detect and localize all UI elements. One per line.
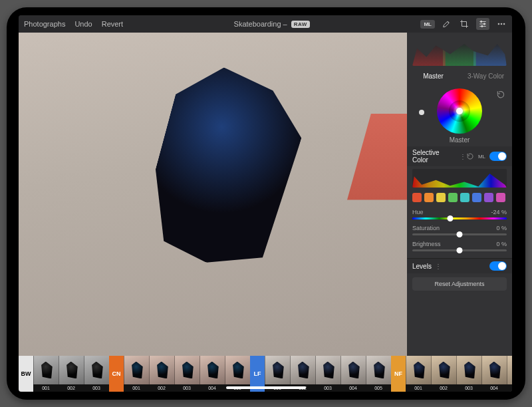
- main-toolbar: Photographs Undo Revert Skateboarding – …: [19, 15, 512, 33]
- selective-histogram: [407, 166, 512, 190]
- levels-toggle[interactable]: [489, 261, 507, 271]
- preset-thumbnail-number: 003: [84, 384, 109, 392]
- levels-options-icon[interactable]: ⋮: [435, 263, 442, 270]
- ml-enhance-button[interactable]: ML: [420, 20, 435, 29]
- preset-thumbnail-number: 003: [456, 384, 481, 392]
- wheel-side-handle[interactable]: [419, 110, 424, 115]
- ipad-device-frame: Photographs Undo Revert Skateboarding – …: [7, 7, 525, 400]
- preset-thumbnail-number: 002: [431, 384, 456, 392]
- color-tabs: Master 3-Way Color: [407, 70, 512, 83]
- preset-thumbnail[interactable]: 002: [431, 356, 456, 392]
- hue-slider-row: Hue-24 %: [412, 209, 507, 219]
- preset-thumbnail-number: 005: [366, 384, 391, 392]
- preset-thumbnail[interactable]: 004: [200, 356, 225, 392]
- photo-canvas[interactable]: [19, 33, 407, 356]
- color-wheel-label: Master: [450, 136, 470, 144]
- svg-point-0: [481, 21, 482, 22]
- selective-color-header: Selective Color ⋮ ML: [407, 146, 512, 166]
- color-swatch[interactable]: [484, 193, 493, 202]
- selective-ml-label: ML: [478, 154, 485, 160]
- svg-point-2: [481, 25, 483, 27]
- preset-thumbnail-number: 001: [33, 384, 59, 392]
- selective-color-title: Selective Color: [412, 149, 456, 164]
- app-screen: Photographs Undo Revert Skateboarding – …: [19, 15, 512, 392]
- preset-group-label[interactable]: BW: [19, 356, 33, 392]
- preset-thumbnail[interactable]: 003: [315, 356, 340, 392]
- svg-point-4: [501, 23, 502, 25]
- preset-thumbnail[interactable]: 004: [481, 356, 507, 392]
- home-indicator[interactable]: [226, 386, 306, 389]
- reset-adjustments-button[interactable]: Reset Adjustments: [412, 277, 507, 291]
- color-swatch[interactable]: [460, 193, 469, 202]
- preset-group-label[interactable]: CN: [109, 356, 124, 392]
- hue-value: -24 %: [491, 209, 507, 215]
- color-swatches: [407, 190, 512, 205]
- color-swatch[interactable]: [412, 193, 422, 202]
- preset-thumbnail[interactable]: 001: [124, 356, 149, 392]
- color-wheel-handle[interactable]: [456, 108, 463, 114]
- undo-button[interactable]: Undo: [74, 20, 92, 28]
- preset-thumbnail-number: 003: [315, 384, 340, 392]
- document-title: Skateboarding – RAW: [123, 20, 420, 28]
- preset-thumbnail[interactable]: 004: [340, 356, 366, 392]
- color-swatch[interactable]: [448, 193, 458, 202]
- preset-thumbnail-number: 003: [174, 384, 200, 392]
- preset-thumbnail-number: 005: [507, 384, 512, 392]
- saturation-slider-row: Saturation0 %: [412, 225, 507, 235]
- preset-thumbnail-number: 001: [124, 384, 149, 392]
- adjustments-panel: Master 3-Way Color Master Selective Co: [407, 33, 512, 356]
- preset-thumbnail[interactable]: 003: [456, 356, 481, 392]
- brightness-slider[interactable]: [412, 249, 507, 251]
- reset-wheel-icon[interactable]: [496, 90, 505, 99]
- photographs-button[interactable]: Photographs: [24, 20, 65, 28]
- color-swatch[interactable]: [496, 193, 505, 202]
- selective-options-icon[interactable]: ⋮: [460, 153, 466, 160]
- saturation-slider[interactable]: [412, 233, 507, 235]
- brightness-label: Brightness: [412, 241, 441, 247]
- main-histogram: [407, 33, 512, 70]
- color-swatch[interactable]: [436, 193, 446, 202]
- saturation-label: Saturation: [412, 225, 440, 231]
- color-swatch[interactable]: [472, 193, 481, 202]
- saturation-value: 0 %: [496, 225, 507, 231]
- preset-thumbnail[interactable]: 003: [174, 356, 200, 392]
- brush-icon[interactable]: [442, 19, 452, 29]
- svg-point-3: [498, 23, 499, 25]
- svg-point-1: [483, 23, 485, 25]
- selective-color-toggle[interactable]: [489, 152, 507, 161]
- preset-group-label[interactable]: NF: [391, 356, 406, 392]
- brightness-value: 0 %: [496, 241, 507, 247]
- crop-icon[interactable]: [459, 19, 469, 29]
- hue-label: Hue: [412, 209, 424, 215]
- adjustments-icon[interactable]: [476, 18, 489, 30]
- document-title-text: Skateboarding –: [234, 20, 287, 28]
- color-swatch[interactable]: [424, 193, 434, 202]
- preset-thumbnail-number: 002: [59, 384, 84, 392]
- levels-header: Levels ⋮: [407, 259, 512, 273]
- preset-thumbnail-number: 002: [149, 384, 174, 392]
- selective-reset-icon[interactable]: [466, 152, 474, 160]
- preset-thumbnail[interactable]: 003: [84, 356, 109, 392]
- preset-thumbnail-number: 004: [481, 384, 507, 392]
- preset-thumbnail[interactable]: 002: [149, 356, 174, 392]
- tab-master[interactable]: Master: [407, 70, 460, 83]
- revert-button[interactable]: Revert: [102, 20, 123, 28]
- svg-point-5: [503, 23, 505, 25]
- raw-badge: RAW: [291, 21, 310, 28]
- color-wheel[interactable]: [437, 88, 482, 134]
- preset-thumbnail[interactable]: 001: [406, 356, 431, 392]
- more-icon[interactable]: [496, 19, 507, 29]
- hue-slider[interactable]: [412, 217, 507, 219]
- levels-title: Levels: [412, 263, 432, 270]
- preset-thumbnail[interactable]: 005: [507, 356, 512, 392]
- tab-3way-color[interactable]: 3-Way Color: [460, 70, 512, 83]
- preset-thumbnail-number: 004: [340, 384, 366, 392]
- preset-thumbnail[interactable]: 005: [366, 356, 391, 392]
- preset-thumbnail-number: 004: [200, 384, 225, 392]
- preset-thumbnail-number: 001: [406, 384, 431, 392]
- preset-thumbnail[interactable]: 001: [33, 356, 59, 392]
- preset-thumbnail[interactable]: 002: [59, 356, 84, 392]
- brightness-slider-row: Brightness0 %: [412, 241, 507, 251]
